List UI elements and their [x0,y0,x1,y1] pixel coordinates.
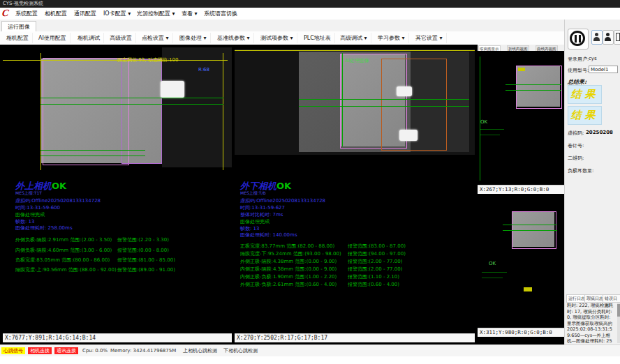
pause-button[interactable] [568,29,589,50]
toolbar: 相机配置 AI使用配置 相机调试 高级设置 点检设置 ▾ 图像处理 ▾ 基准线参… [0,31,564,45]
log-tab-error[interactable]: 错误日志 [603,294,620,303]
comm-connect-badge: 通讯连接 [54,347,78,354]
middle-yellow-hline [235,50,475,51]
pause-bars-icon [575,35,577,43]
left-virtual-code: 虚拟码:Offline20250208133134728 [15,197,101,204]
thumb-top-green-line-2 [505,90,561,91]
user-icon-body [593,37,600,41]
middle-green-line-1 [299,99,469,100]
menu-item-comm-config[interactable]: 通讯配置 [71,8,99,20]
middle-alarm-range: 报警范围:(0.60 - 4.00) [348,281,399,288]
tool-advanced-debug[interactable]: 高级调试 ▾ [337,33,371,43]
exit-button[interactable]: → [614,30,620,45]
middle-ai-overlay: AI处理图像 [345,57,369,64]
left-green-line-3 [40,150,145,151]
menu-item-language-switch[interactable]: 系统语言切换 [201,8,240,20]
tool-advanced-settings[interactable]: 高级设置 [106,33,136,43]
left-alarm-range: 报警范围:(0.00 - 8.00) [117,247,169,254]
tool-ai-usage-config[interactable]: AI使用配置 [35,33,71,43]
thumb-top-roi [516,66,562,109]
result-indicator-2: 结果 [568,106,602,125]
thumb-top-view[interactable]: OK [478,51,564,185]
middle-elapsed: 图像处理耗时: 140.00ms [240,232,297,238]
tool-test-params[interactable]: 测试项参数 ▾ [257,33,297,43]
tool-camera-config[interactable]: 相机配置 [3,33,33,43]
roll-needle-label: 卷针号: [568,142,584,149]
left-measure-row: 外侧负极-隔膜:2.91mm 范围:(2.00 - 3.50) [15,236,112,243]
menu-item-view[interactable]: 查看 ▾ [179,8,200,20]
left-green-line-2 [40,104,223,105]
menu-item-camera-config[interactable]: 相机配置 [42,8,70,20]
menu-item-light-config[interactable]: 光源控制配置 ▾ [134,8,178,20]
middle-measure-row: 外侧正极-隔膜:4.38mm 范围:(0.00 - 9.00) [240,258,337,265]
model-select[interactable]: Model1 [589,66,618,73]
model-label: 使用型号: [568,67,589,74]
left-measure-row: 负极宽度:83.05mm 范围:(80.00 - 86.00) [15,257,110,264]
tool-camera-debug[interactable]: 相机调试 [74,33,104,43]
left-elapsed: 图像处理耗时: 258.00ms [15,225,73,232]
menu-item-system-config[interactable]: 系统配置 [13,8,40,20]
thumb-bottom-view[interactable]: OK [478,194,564,328]
thumb-top-mini-line-2 [480,135,500,135]
middle-measure-row: 隔膜宽度-下:95.24mm 范围:(93.00 - 98.00) [240,250,341,257]
middle-camera-view[interactable]: AI处理图像 外下相机OK MES上报:T/B 虚拟码:Offline20250… [235,47,475,333]
thumb-bottom-green-line-2 [503,230,557,231]
thumb-top-green-vline [480,56,480,181]
menu-bar: C 系统配置 相机配置 通讯配置 IO卡配置 ▾ 光源控制配置 ▾ 查看 ▾ 系… [0,8,620,20]
heartbeat-status-badge: 心跳信号 [1,347,25,354]
log-area: 运行日志 瑕疵日志 错误日志 耗时: 222, 瑕疵检测耗时: 17, 瑕疵分类… [565,294,620,344]
user-circle-icon [606,33,610,36]
tool-image-process[interactable]: 图像处理 ▾ [176,33,211,43]
left-alarm-range: 报警范围:(89.00 - 91.00) [117,266,175,273]
middle-sub-line: MES上报:T/B [240,190,266,197]
tool-plc-address[interactable]: PLC地址表 [300,33,335,43]
log-scrollbar-thumb[interactable] [617,304,620,317]
anode-tab-count-label: 负极耳数量: [568,167,593,174]
left-tab-blob [161,81,184,98]
middle-virtual-code: 虚拟码:Offline20250208133134728 [240,197,325,204]
tool-baseline-params[interactable]: 基准线参数 ▾ [214,33,254,43]
tool-spot-check[interactable]: 点检设置 ▾ [138,33,173,43]
window-titlebar: CYS-视觉检测系统 [0,0,620,8]
thumb-bottom-green-line-1 [503,225,557,225]
user-icon [595,33,598,36]
user-profile-button[interactable] [603,30,614,45]
menu-item-io-config[interactable]: IO卡配置 ▾ [101,8,133,20]
left-measure-row: 内侧负极-隔膜:4.60mm 范围:(3.00 - 6.00) [15,247,112,254]
left-measure-row: 隔膜宽度-上:90.56mm 范围:(88.00 - 92.00) [15,266,117,273]
tool-other-settings[interactable]: 其它设置 ▾ [412,33,447,43]
lower-camera-heartbeat: 下相机心跳检测 [223,347,258,354]
thumb-top-coords: X:267;Y:13;R:0;G:0;B:0 [478,185,564,194]
tab-run-image[interactable]: 运行图像 [1,21,36,32]
left-image-dark-region [162,47,232,167]
left-green-line-4 [40,156,145,156]
left-camera-name: 外上相机 [15,181,52,191]
log-scrollbar[interactable] [617,303,620,343]
left-done-status: 图像处理完成 [15,211,45,218]
middle-measure-row: 内侧正极-负极:1.90mm 范围:(1.00 - 2.20) [240,273,337,280]
thumb-bottom-ok: OK [489,261,496,266]
left-threshold-overlay: 固定阈值:93, 动态阈值:100 [117,56,178,63]
user-circle-icon-body [605,37,611,41]
middle-blob-1 [397,86,412,96]
middle-pixel-coords: X:270;Y:2502;R:17;G:17;B:17 [235,333,475,342]
left-pixel-coords: X:7677;Y:891;R:14;G:14;B:14 [3,333,232,342]
left-yellow-vline-1 [40,53,41,170]
thumb-tab-row: 瑕疵图显示 折线内视图 曲线内视图 [478,45,564,51]
image-tab-row: 运行图像 [0,20,564,32]
thumb-bottom-yellow-tag [524,287,532,291]
user-switch-button[interactable] [591,30,603,45]
app-window: CYS-视觉检测系统 C 系统配置 相机配置 通讯配置 IO卡配置 ▾ 光源控制… [0,0,620,364]
tool-learning-params[interactable]: 学习参数 ▾ [374,33,409,43]
virtual-code-label: 虚拟码: [568,130,584,137]
thumb-top-ok: OK [480,119,487,125]
control-sidebar: → 登录用户: cys 使用型号: Model1 总结果: 结果 结果 虚拟码:… [564,20,620,344]
left-roi-box [43,58,129,165]
middle-compare-time: 整体对比耗时: 7ms [240,211,283,218]
middle-green-line-2 [299,106,469,107]
login-user-value: cys [589,56,597,61]
left-time: 时间:13-31-59-600 [15,204,60,211]
thumb-bottom-mini-line-1 [482,272,507,273]
app-logo-icon: C [1,8,10,19]
left-camera-view[interactable]: 固定阈值:93, 动态阈值:100 R:68 外上相机OK MES上报:T1T … [3,47,232,333]
